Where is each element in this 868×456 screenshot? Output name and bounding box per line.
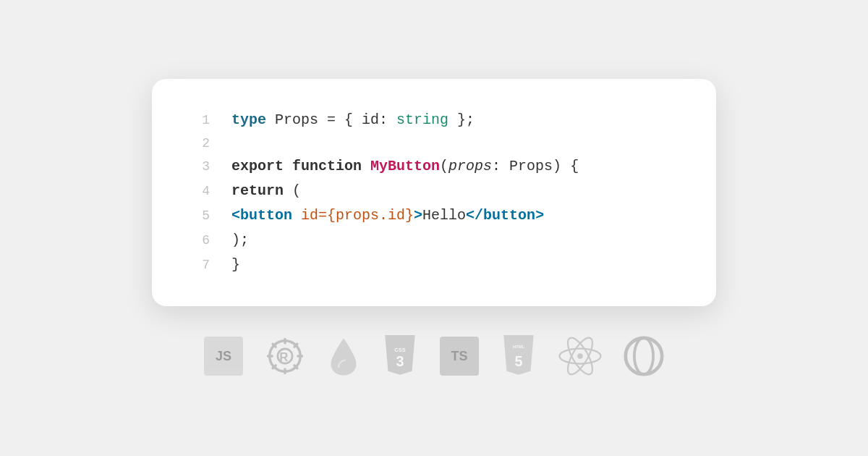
code-token: : Props) { (492, 158, 579, 174)
code-token: export (231, 158, 284, 174)
svg-text:R: R (279, 350, 288, 364)
svg-text:HTML: HTML (513, 345, 525, 350)
svg-point-22 (634, 338, 653, 374)
code-line: 4 return ( (188, 179, 680, 203)
svg-point-21 (626, 338, 662, 374)
code-token: type (231, 111, 266, 128)
code-card: 1type Props = { id: string };23export fu… (152, 79, 716, 307)
code-block: 1type Props = { id: string };23export fu… (188, 108, 680, 278)
line-number: 3 (188, 156, 210, 178)
code-line: 7} (188, 253, 680, 277)
rust-icon: R (265, 336, 305, 376)
code-token: MyButton (370, 158, 440, 174)
svg-text:CSS: CSS (394, 347, 405, 353)
code-token: } (231, 256, 240, 273)
line-number: 7 (188, 254, 210, 276)
line-number: 4 (188, 180, 210, 203)
line-content: export function MyButton(props: Props) { (231, 154, 579, 179)
code-token: ( (440, 158, 448, 174)
ts-icon: TS (440, 337, 479, 376)
svg-point-20 (577, 354, 583, 360)
code-line: 5 <button id={props.id}>Hello</button> (188, 203, 680, 228)
opera-icon (624, 336, 664, 376)
line-content: type Props = { id: string }; (231, 108, 475, 132)
line-content: ); (231, 228, 249, 253)
code-token (362, 158, 370, 174)
code-token: {props.id} (327, 207, 414, 224)
line-content: <button id={props.id}>Hello</button> (231, 203, 544, 228)
line-number: 1 (188, 109, 210, 132)
code-token: return (231, 182, 284, 199)
code-token: }; (448, 111, 475, 128)
line-number: 6 (188, 229, 210, 252)
code-token: function (284, 158, 362, 174)
drop-icon (327, 336, 360, 376)
code-token: </button> (466, 207, 544, 224)
code-token: > (414, 207, 422, 224)
code-token: ); (231, 232, 249, 248)
svg-text:3: 3 (396, 353, 404, 369)
code-token: id= (301, 207, 327, 224)
code-token: string (396, 111, 448, 128)
code-token: ( (284, 182, 301, 199)
react-icon (558, 337, 602, 376)
js-icon: JS (204, 337, 243, 376)
code-token: Props = { id: (266, 111, 396, 128)
code-line: 6 ); (188, 228, 680, 253)
svg-text:5: 5 (514, 353, 522, 369)
line-number: 2 (188, 132, 210, 155)
code-line: 3export function MyButton(props: Props) … (188, 154, 680, 179)
line-content: } (231, 253, 240, 277)
html-icon: HTML 5 (501, 335, 537, 377)
code-line: 1type Props = { id: string }; (188, 108, 680, 132)
code-token: props (448, 158, 492, 174)
line-number: 5 (188, 205, 210, 227)
code-token: <button (231, 207, 292, 224)
code-token (292, 207, 301, 224)
line-content: return ( (231, 179, 301, 203)
code-token: Hello (422, 207, 466, 224)
icons-row: JS R (204, 335, 664, 377)
code-line: 2 (188, 132, 680, 155)
css-icon: CSS 3 (382, 335, 418, 377)
